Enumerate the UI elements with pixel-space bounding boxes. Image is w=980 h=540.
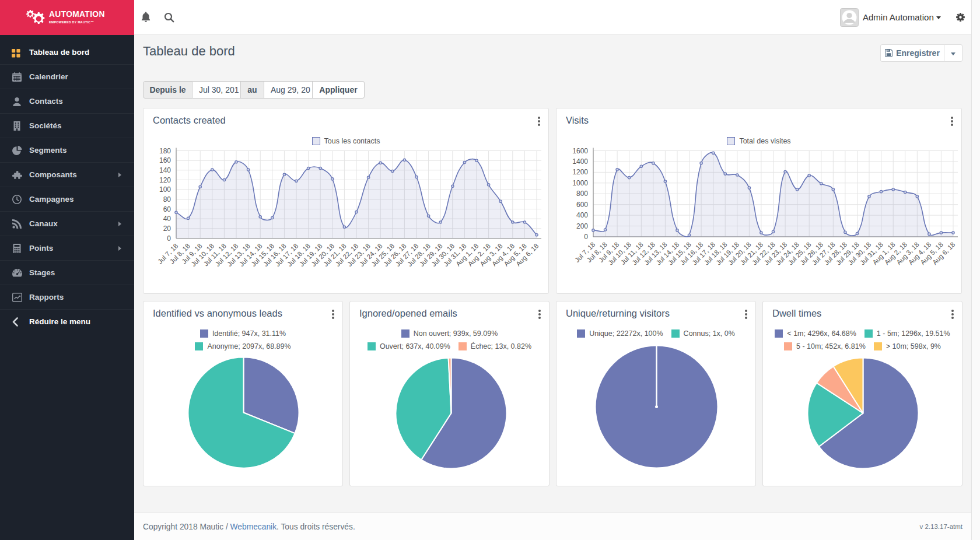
svg-text:400: 400 (576, 211, 588, 219)
svg-text:1400: 1400 (572, 157, 588, 166)
svg-text:160: 160 (159, 156, 171, 164)
svg-text:80: 80 (163, 195, 172, 204)
svg-text:600: 600 (576, 201, 588, 209)
svg-text:1600: 1600 (572, 147, 588, 155)
svg-text:120: 120 (159, 176, 171, 184)
svg-text:1200: 1200 (572, 168, 588, 176)
svg-text:40: 40 (163, 215, 172, 223)
svg-text:200: 200 (576, 222, 588, 230)
svg-text:140: 140 (159, 166, 171, 174)
svg-text:0: 0 (584, 233, 588, 241)
svg-text:1000: 1000 (572, 179, 588, 187)
svg-text:180: 180 (159, 147, 171, 155)
svg-text:0: 0 (167, 234, 171, 243)
svg-text:EMPOWERED BY MAUTIC™: EMPOWERED BY MAUTIC™ (49, 20, 94, 24)
svg-text:100: 100 (159, 185, 171, 194)
svg-text:AUTOMATION: AUTOMATION (49, 10, 105, 19)
svg-text:800: 800 (576, 190, 588, 198)
svg-text:60: 60 (163, 205, 172, 213)
svg-text:20: 20 (163, 225, 172, 233)
